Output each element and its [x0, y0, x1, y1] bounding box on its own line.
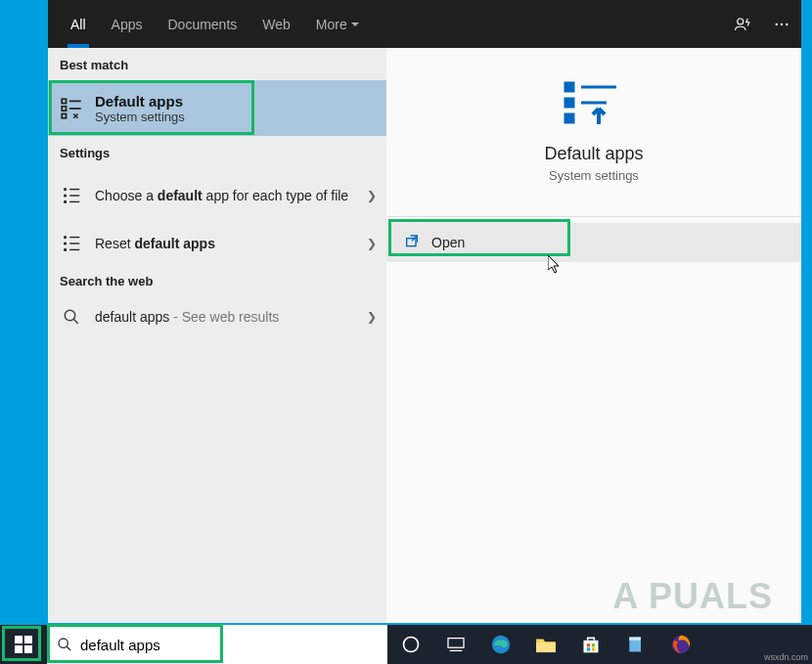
- svg-point-10: [65, 195, 67, 197]
- svg-rect-43: [587, 647, 590, 650]
- settings-row-text: Choose a default app for each type of fi…: [95, 188, 357, 203]
- settings-row-text: Reset default apps: [95, 236, 357, 251]
- web-row-text: default apps - See web results: [95, 309, 357, 325]
- svg-rect-39: [536, 642, 556, 652]
- section-search-web: Search the web: [48, 264, 386, 296]
- preview-subtitle: System settings: [549, 168, 639, 183]
- svg-point-3: [786, 22, 788, 24]
- task-view-icon[interactable]: [442, 631, 470, 658]
- preview-pane: Default apps System settings Open: [386, 48, 801, 623]
- notepad-icon[interactable]: [622, 631, 650, 658]
- settings-reset-defaults[interactable]: Reset default apps ❯: [48, 223, 386, 264]
- default-apps-icon: [58, 95, 85, 122]
- svg-rect-5: [62, 106, 66, 110]
- more-options-icon[interactable]: [772, 15, 791, 34]
- settings-list-icon: [58, 182, 85, 209]
- tab-all[interactable]: All: [58, 0, 99, 48]
- svg-rect-28: [407, 238, 416, 245]
- svg-point-33: [59, 639, 68, 647]
- best-match-item[interactable]: Default apps System settings: [48, 80, 386, 136]
- svg-rect-31: [15, 645, 23, 653]
- file-explorer-icon[interactable]: [532, 631, 560, 658]
- firefox-icon[interactable]: [667, 631, 695, 658]
- svg-point-35: [404, 638, 419, 652]
- svg-rect-46: [629, 638, 641, 641]
- cortana-icon[interactable]: [397, 631, 425, 658]
- open-label: Open: [431, 235, 465, 250]
- default-apps-large-icon: [560, 79, 628, 128]
- svg-rect-23: [565, 83, 573, 91]
- edge-icon[interactable]: [487, 631, 515, 658]
- svg-rect-42: [592, 643, 595, 646]
- divider: [386, 216, 801, 217]
- svg-rect-6: [62, 113, 66, 117]
- chevron-right-icon: ❯: [367, 189, 377, 202]
- svg-rect-41: [587, 643, 590, 646]
- svg-rect-32: [24, 645, 32, 653]
- microsoft-store-icon[interactable]: [577, 631, 605, 658]
- svg-point-21: [65, 310, 75, 321]
- windows-logo-icon: [15, 636, 32, 653]
- chevron-right-icon: ❯: [367, 237, 377, 250]
- svg-point-15: [65, 237, 67, 239]
- section-settings: Settings: [48, 136, 386, 168]
- svg-rect-30: [24, 636, 32, 643]
- results-column: Best match Default apps System settings …: [48, 48, 386, 623]
- section-best-match: Best match: [48, 48, 386, 80]
- tab-more-label: More: [316, 17, 347, 32]
- svg-point-0: [738, 19, 744, 24]
- svg-rect-29: [15, 636, 23, 643]
- svg-rect-40: [584, 641, 599, 653]
- search-icon: [58, 303, 85, 331]
- taskbar-search-box[interactable]: [47, 625, 387, 664]
- svg-point-1: [776, 22, 778, 24]
- svg-rect-36: [448, 639, 464, 648]
- search-icon: [57, 637, 72, 652]
- svg-line-34: [67, 646, 70, 650]
- preview-title: Default apps: [544, 144, 643, 164]
- svg-line-22: [73, 319, 78, 324]
- chevron-down-icon: [351, 22, 359, 26]
- search-flyout: All Apps Documents Web More Best match: [48, 0, 801, 623]
- settings-choose-default-per-type[interactable]: Choose a default app for each type of fi…: [48, 168, 386, 223]
- svg-point-16: [65, 243, 67, 244]
- search-input[interactable]: [80, 637, 378, 653]
- svg-rect-44: [592, 647, 595, 650]
- start-button[interactable]: [0, 625, 47, 664]
- tab-web[interactable]: Web: [249, 0, 303, 48]
- tab-more[interactable]: More: [303, 17, 372, 32]
- settings-list-icon: [58, 230, 85, 257]
- svg-point-2: [781, 22, 783, 24]
- svg-point-9: [65, 189, 67, 191]
- svg-rect-25: [565, 114, 573, 122]
- tab-apps[interactable]: Apps: [99, 0, 156, 48]
- open-button[interactable]: Open: [386, 223, 801, 262]
- best-match-subtitle: System settings: [95, 110, 185, 124]
- search-header: All Apps Documents Web More: [48, 0, 801, 48]
- open-icon: [404, 234, 420, 252]
- svg-rect-24: [565, 99, 573, 107]
- taskbar: [0, 625, 812, 664]
- chevron-right-icon: ❯: [367, 310, 377, 324]
- tab-documents[interactable]: Documents: [155, 0, 249, 48]
- svg-point-11: [65, 201, 67, 203]
- svg-rect-4: [62, 99, 66, 103]
- feedback-icon[interactable]: [733, 15, 752, 34]
- web-result-item[interactable]: default apps - See web results ❯: [48, 296, 386, 337]
- svg-point-17: [65, 249, 67, 251]
- best-match-title: Default apps: [95, 93, 185, 110]
